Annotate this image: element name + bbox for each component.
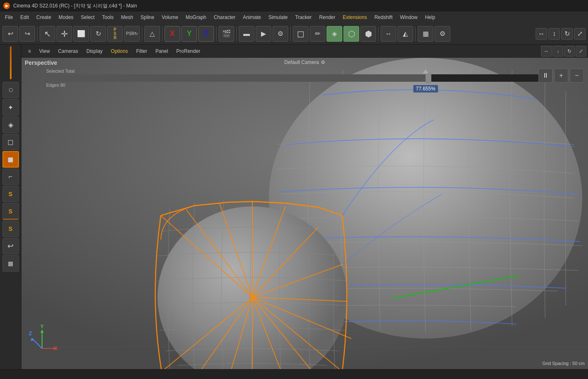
separator-3	[162, 26, 162, 41]
menu-help[interactable]: Help	[422, 13, 439, 21]
settings-btn2[interactable]: ⚙	[435, 26, 450, 42]
axis-z-button[interactable]: Z	[198, 26, 214, 42]
main-toolbar: ↩ ↪ ↖ ✛ ⬜ ↻ PSR PSR↻ △ X Y Z 🎬 ▬ ▶ ⚙ ◻ ✏…	[0, 23, 588, 45]
menu-spline[interactable]: Spline	[137, 13, 158, 21]
nav-expand-btn[interactable]: ⤢	[574, 28, 586, 40]
viewport-canvas	[21, 58, 588, 369]
bevel-slider[interactable]: 77.655%	[46, 74, 539, 82]
vp-menu-view[interactable]: View	[36, 47, 53, 55]
title-text: Cinema 4D S22.016 (RC) - [치약 및 시리얼.c4d *…	[13, 2, 137, 9]
mirror-button[interactable]: ↔	[381, 26, 396, 42]
menu-render[interactable]: Render	[316, 13, 339, 21]
menu-mesh[interactable]: Mesh	[118, 13, 136, 21]
selected-total-label: Selected Total	[46, 69, 539, 73]
render-region-button[interactable]: ▬	[239, 26, 254, 42]
vp-menu-toggle[interactable]: ≡	[25, 47, 34, 55]
hex-button[interactable]: ⬢	[360, 26, 376, 42]
bevel-remove-button[interactable]: −	[570, 69, 584, 83]
menu-edit[interactable]: Edit	[17, 13, 32, 21]
separator-8	[415, 26, 416, 41]
menu-select[interactable]: Select	[78, 13, 98, 21]
menu-redshift[interactable]: Redshift	[371, 13, 396, 21]
grid-btn[interactable]: ▦	[418, 26, 433, 42]
vp-menu-prorender[interactable]: ProRender	[173, 47, 204, 55]
menu-tracker[interactable]: Tracker	[292, 13, 315, 21]
nav-refresh-btn[interactable]: ↻	[561, 28, 573, 40]
render-play-button[interactable]: ▶	[256, 26, 271, 42]
sidebar-cube-btn[interactable]: ◻	[2, 134, 19, 150]
vp-refresh-btn[interactable]: ↻	[564, 46, 575, 57]
view-cube-button[interactable]: ◻	[293, 26, 308, 42]
vp-expand-btn[interactable]: ⤢	[576, 46, 586, 57]
viewport-toolbar: ≡ View Cameras Display Options Filter Pa…	[21, 45, 588, 58]
viewport[interactable]: ≡ View Cameras Display Options Filter Pa…	[21, 45, 588, 369]
triangle-button[interactable]: ◭	[397, 26, 413, 42]
menu-volume[interactable]: Volume	[158, 13, 181, 21]
sidebar-manager-btn[interactable]: ⬡	[2, 82, 19, 98]
sculpt-active-button[interactable]: ◈	[327, 26, 342, 42]
sidebar-solid-btn[interactable]: ◼	[2, 151, 19, 168]
vp-down-btn[interactable]: ↓	[553, 46, 563, 57]
bevel-controls: ⏸ + −	[539, 69, 584, 83]
bevel-add-button[interactable]: +	[554, 69, 568, 83]
nav-move-btn[interactable]: ↔	[536, 28, 547, 40]
scale-button[interactable]: ⬜	[73, 26, 89, 42]
axis-x-button[interactable]: X	[165, 26, 180, 42]
rotate-button[interactable]: ↻	[90, 26, 106, 42]
sidebar-star-btn[interactable]: ✦	[2, 99, 19, 116]
axis-indicator: Z Y X	[26, 324, 59, 357]
sidebar-s3-btn[interactable]: S	[2, 220, 19, 237]
menu-create[interactable]: Create	[33, 13, 54, 21]
bevel-slider-area: Selected Total 77.655% Edges 80	[46, 69, 539, 88]
svg-text:X: X	[54, 346, 58, 351]
svg-marker-9	[40, 330, 44, 333]
axis-y-button[interactable]: Y	[181, 26, 197, 42]
sidebar-grid-btn[interactable]: ▦	[2, 255, 19, 272]
menu-modes[interactable]: Modes	[55, 13, 77, 21]
app-icon: ▶	[3, 2, 10, 9]
sidebar-hook-btn[interactable]: ↩	[2, 238, 19, 254]
sidebar-s2-btn[interactable]: S	[2, 203, 19, 220]
select-button[interactable]: ↖	[40, 26, 55, 42]
vp-menu-cameras[interactable]: Cameras	[55, 47, 82, 55]
vp-move-btn[interactable]: ↔	[541, 46, 552, 57]
left-sidebar: ⬡ ✦ ◈ ◻ ◼ ⌐ S S S ↩ ▦	[0, 45, 21, 369]
menu-tools[interactable]: Tools	[99, 13, 117, 21]
separator-7	[378, 26, 379, 41]
redo-button[interactable]: ↪	[19, 26, 35, 42]
separator-1	[37, 26, 38, 41]
reset-button[interactable]: PSR↻	[124, 26, 140, 42]
subdivide-button[interactable]: ⬡	[343, 26, 359, 42]
sidebar-sculpt-btn[interactable]: ◈	[2, 116, 19, 133]
nav-down-btn[interactable]: ↕	[548, 28, 560, 40]
paint-button[interactable]: ✏	[310, 26, 325, 42]
svg-text:Y: Y	[40, 324, 44, 329]
vp-menu-panel[interactable]: Panel	[152, 47, 172, 55]
bevel-pause-button[interactable]: ⏸	[539, 69, 553, 83]
undo-button[interactable]: ↩	[2, 26, 18, 42]
sidebar-bend-btn[interactable]: ⌐	[2, 168, 19, 185]
main-layout: ⬡ ✦ ◈ ◻ ◼ ⌐ S S S ↩ ▦ ≡ View Cameras Dis…	[0, 45, 588, 369]
move-button[interactable]: ✛	[56, 26, 72, 42]
sidebar-strip	[10, 46, 12, 79]
render-settings-button[interactable]: ⚙	[273, 26, 288, 42]
edges-label: Edges 80	[46, 83, 539, 88]
menu-character[interactable]: Character	[210, 13, 239, 21]
menu-mograph[interactable]: MoGraph	[182, 13, 209, 21]
menu-simulate[interactable]: Simulate	[265, 13, 291, 21]
menu-window[interactable]: Window	[397, 13, 421, 21]
menu-extensions[interactable]: Extensions	[339, 13, 370, 21]
clapper-button[interactable]: 🎬	[219, 26, 234, 42]
vp-menu-display[interactable]: Display	[83, 47, 106, 55]
object-mode-button[interactable]: △	[144, 26, 160, 42]
sidebar-s1-btn[interactable]: S	[2, 186, 19, 202]
camera-settings-icon[interactable]: ⚙	[321, 59, 325, 65]
vp-menu-filter[interactable]: Filter	[133, 47, 151, 55]
menu-file[interactable]: File	[2, 13, 16, 21]
camera-label-text: Default Camera	[284, 59, 319, 65]
slider-handle[interactable]: 77.655%	[426, 73, 431, 83]
vp-menu-options[interactable]: Options	[108, 47, 131, 55]
menu-bar: File Edit Create Modes Select Tools Mesh…	[0, 12, 588, 23]
psr-button[interactable]: PSR	[107, 26, 123, 42]
menu-animate[interactable]: Animate	[240, 13, 264, 21]
